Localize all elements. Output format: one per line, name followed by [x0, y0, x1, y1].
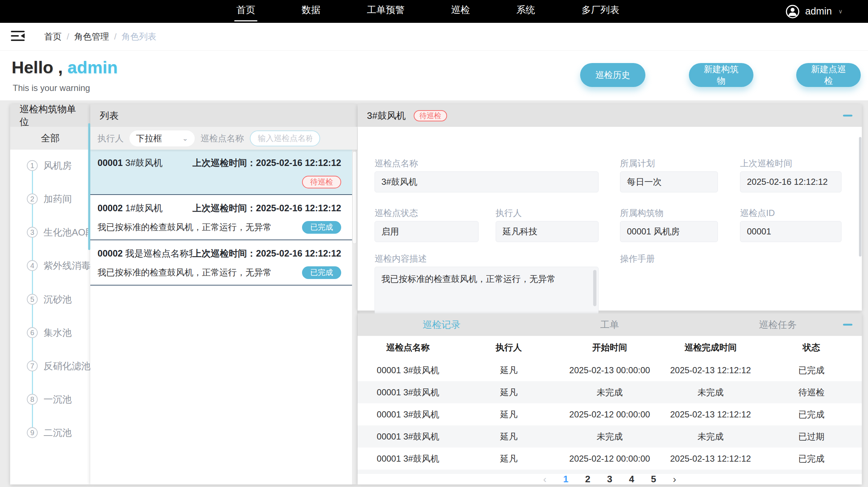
nav-item-system[interactable]: 系统 — [515, 1, 537, 21]
sidebar-item-all[interactable]: 全部 — [10, 127, 90, 150]
nav-item-inspection[interactable]: 巡检 — [450, 1, 471, 21]
status-badge: 已完成 — [302, 221, 341, 234]
point-name-filter-label: 巡检点名称 — [201, 133, 244, 144]
greeting-username: admin — [67, 58, 117, 77]
field-label-point-id: 巡检点ID — [740, 207, 775, 219]
sidebar-item-collecting-tank[interactable]: 6 集水池 — [10, 322, 90, 344]
new-point-inspection-button[interactable]: 新建点巡检 — [796, 63, 861, 87]
main-menu: 首页 数据 工单预警 巡检 系统 多厂列表 — [235, 1, 621, 21]
list-item[interactable]: 00002 我是巡检点名称我是巡检点... 上次巡检时间：2025-02-16 … — [90, 240, 357, 286]
field-status: 启用 — [375, 221, 479, 242]
breadcrumb-separator: / — [114, 32, 117, 42]
records-tabs: 巡检记录 工单 巡检任务 — [357, 313, 862, 336]
records-panel: 巡检记录 工单 巡检任务 巡检点名称 执行人 开始时间 巡检完成时间 状态 — [357, 313, 862, 484]
records-table: 巡检点名称 执行人 开始时间 巡检完成时间 状态 00001 3#鼓风机 延凡 … — [357, 336, 862, 470]
inspection-point-list: 00001 3#鼓风机 上次巡检时间：2025-02-16 12:12:12 待… — [90, 150, 357, 484]
breadcrumb-role-management[interactable]: 角色管理 — [74, 31, 109, 42]
nav-item-home[interactable]: 首页 — [235, 1, 257, 21]
step-number: 1 — [27, 160, 38, 171]
main-content: 巡检构筑物单位 全部 1 风机房 2 加药间 3 生化池AO段 4 紫 — [0, 100, 868, 487]
user-menu[interactable]: admin ∨ — [786, 0, 843, 23]
new-structure-button[interactable]: 新建构筑物 — [689, 63, 753, 87]
field-executor: 延凡科技 — [496, 221, 599, 242]
collapse-menu-icon[interactable] — [11, 30, 25, 43]
status-badge: 待巡检 — [414, 110, 447, 121]
sidebar-item-primary-tank[interactable]: 8 一沉池 — [10, 388, 90, 410]
breadcrumb-separator: / — [67, 32, 69, 42]
detail-scrollbar-thumb[interactable] — [859, 137, 861, 257]
prev-page-icon[interactable]: ‹ — [543, 474, 546, 485]
status-badge: 已完成 — [302, 266, 341, 279]
field-last-time: 2025-02-16 12:12:12 — [740, 171, 842, 192]
sidebar-item-fan-room[interactable]: 1 风机房 — [10, 155, 90, 176]
page-5[interactable]: 5 — [651, 474, 656, 485]
status-badge: 待巡检 — [302, 176, 341, 188]
warning-text: This is your warning — [13, 83, 90, 93]
field-label-manual: 操作手册 — [620, 253, 655, 265]
field-label-structure: 所属构筑物 — [620, 207, 664, 219]
chevron-down-icon: ∨ — [838, 8, 843, 15]
inspection-list-panel: 列表 执行人 下拉框 ⌄ 巡检点名称 00001 3#鼓风机 上次巡检时间：20… — [90, 104, 357, 484]
executor-filter-label: 执行人 — [98, 133, 124, 144]
list-item[interactable]: 00002 1#鼓风机 上次巡检时间：2025-02-16 12:12:12 我… — [90, 195, 357, 240]
field-label-last-time: 上次巡检时间 — [740, 158, 792, 169]
step-number: 9 — [27, 427, 38, 438]
step-number: 6 — [27, 327, 38, 338]
page-title: Hello , admin — [12, 57, 118, 77]
sidebar-item-uv-channel[interactable]: 4 紫外线消毒渠 — [10, 255, 90, 276]
field-plan: 每日一次 — [620, 171, 718, 192]
collapse-panel-icon[interactable] — [843, 324, 852, 326]
page-3[interactable]: 3 — [607, 474, 612, 485]
sidebar-item-grit-chamber[interactable]: 5 沉砂池 — [10, 288, 90, 310]
status-cell: 待巡检 — [761, 381, 862, 403]
next-page-icon[interactable]: › — [673, 474, 676, 485]
status-cell: 已完成 — [761, 403, 862, 425]
field-structure: 00001 风机房 — [620, 221, 718, 242]
detail-title: 3#鼓风机 — [367, 109, 406, 122]
sidebar-title: 巡检构筑物单位 — [10, 104, 90, 127]
status-cell: 已完成 — [761, 448, 862, 470]
nav-item-multi-plant[interactable]: 多厂列表 — [580, 1, 621, 21]
tab-inspection-tasks[interactable]: 巡检任务 — [694, 319, 862, 331]
table-row: 00001 3#鼓风机 延凡 2025-02-12 00:00:00 2025-… — [357, 448, 862, 470]
nav-item-workorder-alert[interactable]: 工单预警 — [365, 1, 406, 21]
greeting-section: Hello , admin This is your warning 巡检历史 … — [0, 51, 868, 100]
table-row: 00001 3#鼓风机 延凡 2025-02-13 00:00:00 2025-… — [357, 359, 862, 381]
tab-work-orders[interactable]: 工单 — [526, 319, 694, 331]
sidebar-item-ao-tank[interactable]: 3 生化池AO段 — [10, 221, 90, 243]
collapse-panel-icon[interactable] — [843, 115, 852, 117]
field-label-desc: 巡检内容描述 — [375, 253, 427, 265]
inspection-history-button[interactable]: 巡检历史 — [580, 63, 645, 87]
sidebar-item-denitrification-filter[interactable]: 7 反硝化滤池 — [10, 355, 90, 377]
field-point-name: 3#鼓风机 — [375, 171, 599, 192]
list-item[interactable]: 00001 3#鼓风机 上次巡检时间：2025-02-16 12:12:12 待… — [90, 150, 357, 195]
user-name: admin — [805, 6, 832, 17]
step-number: 5 — [27, 294, 38, 305]
sidebar-item-dosing-room[interactable]: 2 加药间 — [10, 188, 90, 210]
breadcrumb-home[interactable]: 首页 — [44, 31, 62, 42]
breadcrumb-bar: 首页 / 角色管理 / 角色列表 — [0, 23, 868, 51]
point-name-search-input[interactable] — [250, 130, 320, 146]
breadcrumb-current: 角色列表 — [121, 31, 156, 42]
list-scrollbar-track[interactable] — [352, 150, 357, 484]
breadcrumb: 首页 / 角色管理 / 角色列表 — [44, 31, 156, 42]
field-point-id: 00001 — [740, 221, 842, 242]
tab-inspection-records[interactable]: 巡检记录 — [357, 319, 526, 331]
textarea-scrollbar-thumb[interactable] — [593, 270, 596, 306]
step-number: 7 — [27, 361, 38, 371]
step-number: 2 — [27, 193, 38, 204]
status-cell: 已完成 — [761, 359, 862, 381]
page-root: 首页 数据 工单预警 巡检 系统 多厂列表 admin ∨ — [0, 0, 868, 487]
step-number: 4 — [27, 260, 38, 271]
page-4[interactable]: 4 — [629, 474, 634, 485]
pagination: ‹ 1 2 3 4 5 › — [357, 474, 862, 484]
user-avatar-icon — [786, 5, 799, 18]
page-1[interactable]: 1 — [563, 474, 568, 485]
sidebar-item-secondary-tank[interactable]: 9 二沉池 — [10, 422, 90, 444]
list-scrollbar-thumb[interactable] — [352, 151, 357, 244]
executor-dropdown[interactable]: 下拉框 ⌄ — [129, 130, 195, 146]
page-2[interactable]: 2 — [585, 474, 590, 485]
nav-item-data[interactable]: 数据 — [300, 1, 322, 21]
table-header-row: 巡检点名称 执行人 开始时间 巡检完成时间 状态 — [357, 336, 862, 359]
field-label-plan: 所属计划 — [620, 158, 655, 169]
